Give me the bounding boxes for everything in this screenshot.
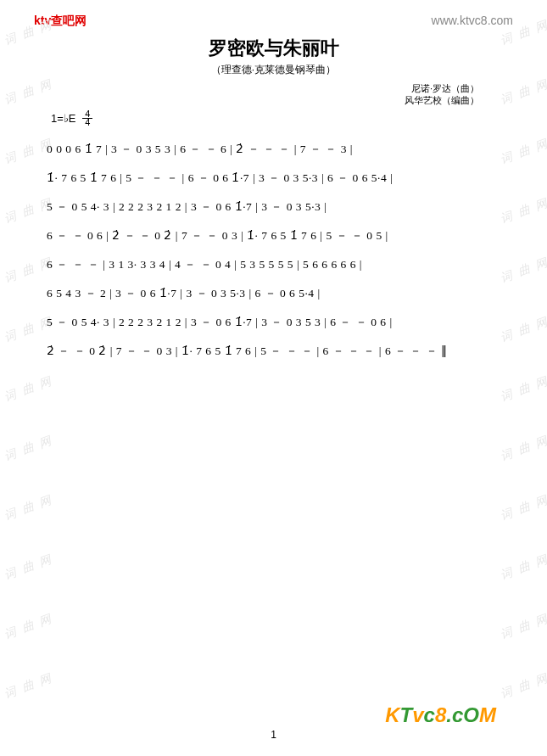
page-number: 1	[271, 729, 276, 741]
site-url: www.ktvc8.com	[432, 14, 513, 29]
watermark: 词 曲 网	[499, 670, 547, 702]
song-title: 罗密欧与朱丽叶	[0, 36, 547, 61]
watermark: 词 曲 网	[499, 433, 547, 464]
watermark: 词 曲 网	[3, 433, 55, 464]
song-subtitle: （理查德·克莱德曼钢琴曲）	[0, 63, 547, 77]
watermark: 词 曲 网	[3, 492, 55, 524]
document-page: 词 曲 网 词 曲 网 词 曲 网 词 曲 网 词 曲 网 词 曲 网 词 曲 …	[0, 0, 547, 756]
watermark: 词 曲 网	[499, 552, 547, 583]
score-line: 6 5 4 3 － 2 | 3 － 0 6 1̇·7 | 3 － 0 3 5·3…	[47, 278, 505, 307]
watermark: 词 曲 网	[3, 611, 55, 642]
watermark: 词 曲 网	[499, 611, 547, 642]
time-signature: 4 4	[82, 110, 92, 128]
watermark: 词 曲 网	[3, 552, 55, 583]
score-line: 5 － 0 5 4· 3 | 2 2 2 3 2 1 2 | 3 － 0 6 1…	[47, 307, 505, 336]
credits: 尼诺·罗达（曲） 风华艺校（编曲）	[0, 82, 547, 107]
watermark: 词 曲 网	[499, 373, 547, 405]
score-line: 0 0 0 6 1̇ 7 | 3 － 0 3 5 3 | 6 － － 6 | 2…	[47, 134, 505, 163]
site-logo: KTvc8.cOM	[385, 703, 496, 727]
watermark: 词 曲 网	[3, 373, 55, 405]
watermark: 词 曲 网	[499, 492, 547, 524]
score-line: 6 － － － | 3 1 3· 3 3 4 | 4 － － 0 4 | 5 3…	[47, 249, 505, 278]
jianpu-score: 0 0 0 6 1̇ 7 | 3 － 0 3 5 3 | 6 － － 6 | 2…	[0, 127, 547, 365]
header: ktv查吧网 www.ktvc8.com	[0, 0, 547, 34]
score-line: 5 － 0 5 4· 3 | 2 2 2 3 2 1 2 | 3 － 0 6 1…	[47, 192, 505, 221]
composer: 尼诺·罗达（曲）	[0, 82, 479, 94]
watermark: 词 曲 网	[3, 670, 55, 702]
key-signature: 1=♭E 4 4	[0, 110, 547, 128]
score-line: 6 － － 0 6 | 2̇ － － 0 2̇ | 7 － － 0 3 | 1̇…	[47, 221, 505, 249]
arranger: 风华艺校（编曲）	[0, 94, 479, 106]
score-line: 2̇ － － 0 2̇ | 7 － － 0 3 | 1̇· 7 6 5 1̇ 7…	[47, 336, 505, 365]
score-line: 1̇· 7 6 5 1̇ 7 6 | 5 － － － | 6 － 0 6 1̇·…	[47, 163, 505, 192]
